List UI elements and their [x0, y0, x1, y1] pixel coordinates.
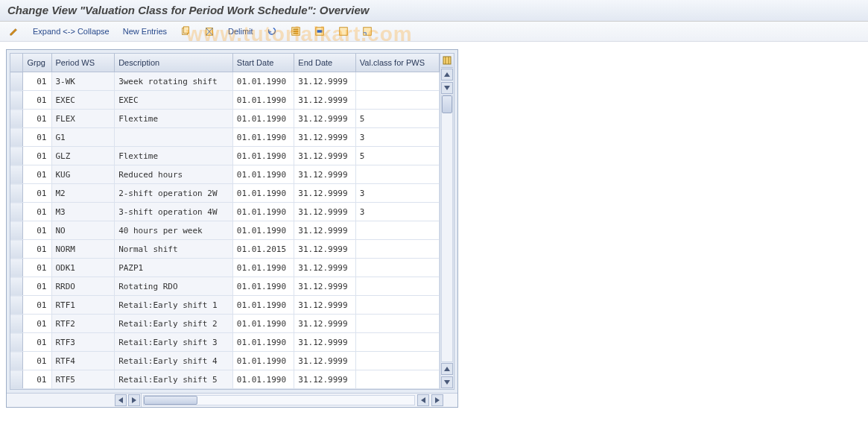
- cell-end-date[interactable]: 31.12.9999: [294, 128, 356, 147]
- toggle-display-change-button[interactable]: [6, 25, 22, 38]
- cell-start-date[interactable]: 01.01.1990: [232, 110, 294, 128]
- cell-val-class[interactable]: [355, 370, 439, 389]
- table-row[interactable]: 01RTF5Retail:Early shift 501.01.199031.1…: [10, 370, 440, 389]
- scroll-down-page-button[interactable]: [441, 376, 453, 388]
- cell-end-date[interactable]: 31.12.9999: [294, 110, 356, 128]
- cell-grpg[interactable]: 01: [23, 72, 51, 91]
- cell-period-ws[interactable]: NORM: [51, 240, 115, 259]
- scroll-up-button[interactable]: [441, 69, 453, 80]
- cell-description[interactable]: Retail:Early shift 2: [115, 315, 233, 333]
- table-row[interactable]: 01M22-shift operation 2W01.01.199031.12.…: [10, 184, 440, 203]
- table-row[interactable]: 01G101.01.199031.12.99993: [10, 128, 440, 147]
- table-row[interactable]: 01RTF3Retail:Early shift 301.01.199031.1…: [10, 333, 440, 352]
- print-button[interactable]: [359, 25, 376, 38]
- cell-end-date[interactable]: 31.12.9999: [294, 296, 356, 315]
- cell-period-ws[interactable]: GLZ: [51, 147, 115, 165]
- cell-grpg[interactable]: 01: [23, 259, 51, 277]
- delete-button[interactable]: [201, 25, 218, 38]
- table-row[interactable]: 01GLZFlextime01.01.199031.12.99995: [10, 147, 440, 165]
- cell-grpg[interactable]: 01: [23, 203, 51, 221]
- cell-val-class[interactable]: [355, 277, 439, 296]
- scroll-track-vertical[interactable]: [441, 95, 453, 362]
- scroll-thumb-horizontal[interactable]: [144, 396, 197, 405]
- col-val-class[interactable]: Val.class for PWS: [355, 54, 439, 72]
- select-block-button[interactable]: [311, 25, 328, 38]
- scroll-down-button[interactable]: [441, 82, 453, 94]
- cell-description[interactable]: Retail:Early shift 3: [115, 333, 233, 352]
- cell-grpg[interactable]: 01: [23, 296, 51, 315]
- col-description[interactable]: Description: [115, 54, 233, 72]
- cell-period-ws[interactable]: RTF4: [51, 352, 115, 370]
- cell-grpg[interactable]: 01: [23, 352, 51, 370]
- cell-grpg[interactable]: 01: [23, 165, 51, 184]
- cell-val-class[interactable]: [355, 240, 439, 259]
- cell-description[interactable]: Retail:Early shift 1: [115, 296, 233, 315]
- cell-end-date[interactable]: 31.12.9999: [294, 203, 356, 221]
- col-start-date[interactable]: Start Date: [232, 54, 294, 72]
- cell-period-ws[interactable]: RTF5: [51, 370, 115, 389]
- vertical-scrollbar[interactable]: [440, 54, 454, 389]
- cell-grpg[interactable]: 01: [23, 184, 51, 203]
- scroll-track-horizontal[interactable]: [143, 395, 415, 405]
- cell-val-class[interactable]: [355, 333, 439, 352]
- cell-period-ws[interactable]: RRDO: [51, 277, 115, 296]
- cell-start-date[interactable]: 01.01.2015: [232, 240, 294, 259]
- cell-val-class[interactable]: 3: [355, 184, 439, 203]
- cell-end-date[interactable]: 31.12.9999: [294, 333, 356, 352]
- cell-description[interactable]: Reduced hours: [115, 165, 233, 184]
- cell-start-date[interactable]: 01.01.1990: [232, 72, 294, 91]
- cell-end-date[interactable]: 31.12.9999: [294, 240, 356, 259]
- cell-end-date[interactable]: 31.12.9999: [294, 259, 356, 277]
- cell-period-ws[interactable]: G1: [51, 128, 115, 147]
- cell-end-date[interactable]: 31.12.9999: [294, 277, 356, 296]
- cell-description[interactable]: [115, 128, 233, 147]
- cell-end-date[interactable]: 31.12.9999: [294, 315, 356, 333]
- cell-start-date[interactable]: 01.01.1990: [232, 352, 294, 370]
- cell-grpg[interactable]: 01: [23, 128, 51, 147]
- row-selector[interactable]: [10, 72, 23, 91]
- cell-period-ws[interactable]: FLEX: [51, 110, 115, 128]
- cell-start-date[interactable]: 01.01.1990: [232, 277, 294, 296]
- cell-start-date[interactable]: 01.01.1990: [232, 128, 294, 147]
- cell-start-date[interactable]: 01.01.1990: [232, 370, 294, 389]
- scroll-left-button[interactable]: [115, 394, 127, 406]
- cell-grpg[interactable]: 01: [23, 91, 51, 110]
- row-selector[interactable]: [10, 352, 23, 370]
- cell-val-class[interactable]: [355, 72, 439, 91]
- scroll-left-page-button[interactable]: [417, 394, 429, 406]
- row-selector[interactable]: [10, 110, 23, 128]
- select-all-button[interactable]: [288, 25, 304, 38]
- row-selector[interactable]: [10, 203, 23, 221]
- row-selector[interactable]: [10, 240, 23, 259]
- cell-end-date[interactable]: 31.12.9999: [294, 370, 356, 389]
- row-selector[interactable]: [10, 370, 23, 389]
- cell-grpg[interactable]: 01: [23, 277, 51, 296]
- cell-period-ws[interactable]: M3: [51, 203, 115, 221]
- cell-val-class[interactable]: [355, 352, 439, 370]
- horizontal-scrollbar[interactable]: [7, 393, 457, 407]
- cell-start-date[interactable]: 01.01.1990: [232, 315, 294, 333]
- expand-collapse-button[interactable]: Expand <-> Collapse: [30, 25, 113, 37]
- scroll-up-page-button[interactable]: [441, 363, 453, 375]
- cell-start-date[interactable]: 01.01.1990: [232, 221, 294, 240]
- row-selector[interactable]: [10, 184, 23, 203]
- cell-start-date[interactable]: 01.01.1990: [232, 203, 294, 221]
- undo-change-button[interactable]: [264, 25, 280, 38]
- cell-start-date[interactable]: 01.01.1990: [232, 296, 294, 315]
- cell-start-date[interactable]: 01.01.1990: [232, 184, 294, 203]
- scroll-right-page-button[interactable]: [431, 394, 443, 406]
- configure-columns-button[interactable]: [441, 54, 453, 68]
- col-period-ws[interactable]: Period WS: [51, 54, 115, 72]
- cell-val-class[interactable]: 5: [355, 147, 439, 165]
- cell-description[interactable]: EXEC: [115, 91, 233, 110]
- cell-description[interactable]: Normal shift: [115, 240, 233, 259]
- cell-val-class[interactable]: 3: [355, 128, 439, 147]
- row-selector[interactable]: [10, 277, 23, 296]
- cell-description[interactable]: 3-shift operation 4W: [115, 203, 233, 221]
- cell-description[interactable]: 2-shift operation 2W: [115, 184, 233, 203]
- cell-description[interactable]: Retail:Early shift 5: [115, 370, 233, 389]
- cell-end-date[interactable]: 31.12.9999: [294, 184, 356, 203]
- cell-end-date[interactable]: 31.12.9999: [294, 72, 356, 91]
- row-selector[interactable]: [10, 221, 23, 240]
- row-selector[interactable]: [10, 128, 23, 147]
